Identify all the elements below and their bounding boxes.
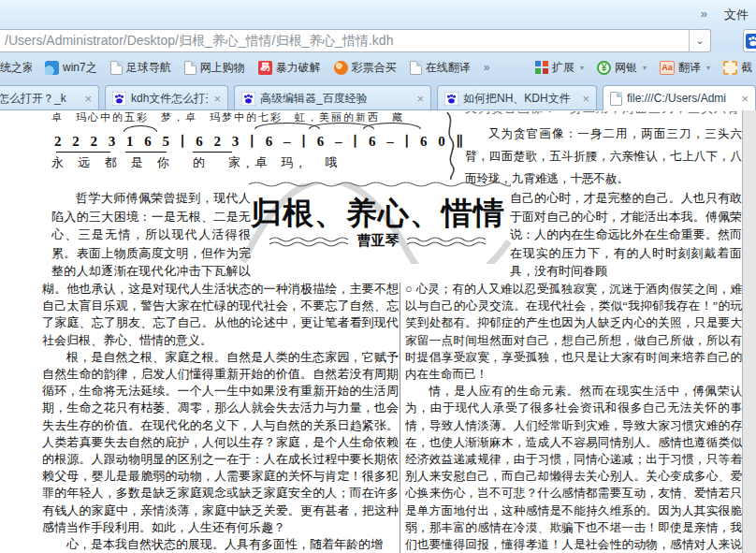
paragraph: 根，是自然之根、家庭之根。自然是人类的生态家园，它赋予自然生命的韵律，启发人们懂… <box>42 349 399 536</box>
bank-yuan-icon: ¥ <box>597 61 611 75</box>
translate-aa-icon: Aa <box>660 61 675 75</box>
notation-beam <box>125 152 167 153</box>
address-dropdown-button[interactable]: ⌄ <box>690 29 711 52</box>
author-wave-right <box>407 236 487 247</box>
music-notation-line: 2 2 2 3 1 6 5 ∣ 6 2 3 ∣ 6 – ∣ 6 – ∣ 6 – … <box>54 133 457 150</box>
paw-toolbar-button[interactable] <box>743 29 756 52</box>
baidu-paw-favicon <box>444 92 458 106</box>
tab-4[interactable]: 如何把NH、KDH文件 × <box>437 85 597 110</box>
paragraph: 糊。他也承认，这是对现代人生活状态的一种消极描绘，主要不想自己太盲目乐观，警告大… <box>42 281 399 349</box>
file-favicon <box>610 92 622 106</box>
extensions-grid-icon <box>535 61 548 74</box>
right-column-intro: 自己的心时，才是完整的自己。人也只有敢于面对自己的心时，才能活出本我。傅佩荣说：… <box>510 189 742 281</box>
bookmark-translate-site[interactable]: 在线翻译 <box>410 60 471 76</box>
left-column-intro: 哲学大师傅佩荣曾提到，现代人陷入的三大困境：一是无根、二是无心、三是无情，所以现… <box>51 189 251 281</box>
chevron-down-icon: ▾ <box>643 64 647 72</box>
bookmark-lottery[interactable]: 彩票合买 <box>334 60 397 76</box>
screenshot-icon <box>723 61 737 75</box>
chevron-down-icon: ⌄ <box>695 35 704 47</box>
bookmarks-bar: 统之家 win7之 足球导航 网上购物 易 暴力破解 彩票合买 在线翻译 » 扩… <box>0 54 756 80</box>
column-divider <box>400 283 400 553</box>
win7-site-icon <box>45 61 59 75</box>
title-top-wave <box>249 180 511 188</box>
page-icon <box>184 61 196 75</box>
left-column-body: 糊。他也承认，这是对现代人生活状态的一种消极描绘，主要不想自己太盲目乐观，警告大… <box>42 281 399 553</box>
kdh-document-page: 卓 玛心中的五彩 梦，卓 玛梦中的七彩 虹，美丽的新西 藏 2 2 2 3 1 … <box>0 110 742 553</box>
bookmark-crack[interactable]: 易 暴力破解 <box>258 60 321 76</box>
file-menu[interactable]: 文件 <box>724 7 749 23</box>
screenshot-button[interactable]: 截 <box>723 60 756 76</box>
yi-red-icon: 易 <box>258 61 272 75</box>
close-icon[interactable]: × <box>582 92 589 106</box>
paragraph: ○ 心灵；有的人又难以忍受孤独寂寞，沉迷于酒肉假笑之间，难以与自己的心灵交流。在… <box>405 281 742 383</box>
music-end-squiggle <box>443 112 458 180</box>
paragraph: 心，是本我自然状态的展现。人具有多面性，随着年龄的增 <box>42 536 399 553</box>
music-lyrics-bottom: 永 远 都 是 你 的 家,卓 玛, 哦 <box>51 154 360 171</box>
baidu-paw-favicon <box>112 92 126 106</box>
close-icon[interactable]: × <box>84 92 92 106</box>
bookmark-football[interactable]: 足球导航 <box>110 60 171 76</box>
close-icon[interactable]: × <box>741 92 749 106</box>
chevron-down-icon: ▾ <box>580 64 584 72</box>
paragraph: 情，是人应有的生命元素。然而在现实生活中，傅佩荣认为，由于现代人承受了很多社会资… <box>405 383 742 553</box>
notation-beam <box>193 152 232 153</box>
tab-1[interactable]: 文件怎么打开？_k × <box>0 85 99 110</box>
address-toolbar: /Users/Administrator/Desktop/归根_养心_惜情/归根… <box>0 26 756 54</box>
notation-beam <box>56 152 110 153</box>
toolbar-overflow-icon[interactable]: » <box>701 7 707 21</box>
lottery-swirl-icon <box>334 61 348 75</box>
baidu-paw-favicon <box>241 92 255 106</box>
bookmarks-overflow-icon[interactable]: » <box>484 61 490 74</box>
close-icon[interactable]: × <box>213 92 221 106</box>
author-wave-left <box>269 236 350 247</box>
chevron-down-icon: ▾ <box>706 64 710 72</box>
right-column-body: ○ 心灵；有的人又难以忍受孤独寂寞，沉迷于酒肉假笑之间，难以与自己的心灵交流。在… <box>405 281 742 553</box>
page-icon <box>110 61 123 75</box>
article-author: 曹亚琴 <box>357 232 400 250</box>
page-right-gutter[interactable] <box>742 110 756 553</box>
article-title: 归根、养心、惜情 <box>241 193 515 235</box>
close-icon[interactable]: × <box>416 92 424 106</box>
notation-slur <box>363 123 421 129</box>
bookmark-clipped-first[interactable]: 统之家 <box>0 60 32 76</box>
clipped-text-line: 又为贪官画像：一身二用，两面三刀，三头六臂，四面楚歌 <box>465 111 738 116</box>
tab-bar: 文件怎么打开？_k × kdh文件怎么打开？kd × 高级编辑器_百度经验 × … <box>0 80 756 110</box>
browser-menubar: » 文件 <box>0 0 756 26</box>
bookmark-win7[interactable]: win7之 <box>45 60 97 76</box>
address-url-text: /Users/Administrator/Desktop/归根_养心_惜情/归根… <box>5 33 691 50</box>
tab-2[interactable]: kdh文件怎么打开？kd × <box>105 85 228 110</box>
online-bank-button[interactable]: ¥ 网银 ▾ <box>597 60 647 76</box>
translate-button[interactable]: Aa 翻译 ▾ <box>660 60 710 76</box>
tab-active-kdh-file[interactable]: file:///C:/Users/Admi × <box>603 85 756 110</box>
page-icon <box>410 61 422 75</box>
notation-slur <box>124 125 157 132</box>
paw-icon <box>746 34 756 49</box>
address-bar[interactable]: /Users/Administrator/Desktop/归根_养心_惜情/归根… <box>0 29 711 52</box>
bookmark-shopping[interactable]: 网上购物 <box>184 60 245 76</box>
extensions-button[interactable]: 扩展 ▾ <box>535 60 584 76</box>
tab-3[interactable]: 高级编辑器_百度经验 × <box>234 85 431 110</box>
